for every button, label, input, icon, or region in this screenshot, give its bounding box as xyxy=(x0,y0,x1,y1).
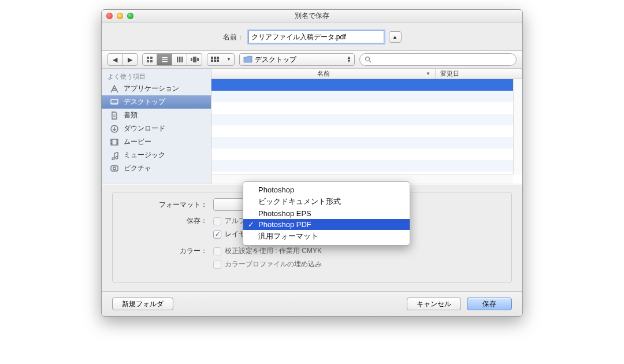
sidebar-item-documents[interactable]: 書類 xyxy=(102,109,211,122)
nav-back-forward: ◀ ▶ xyxy=(107,53,138,66)
file-list: 名前 ▼ 変更日 xyxy=(211,69,522,184)
view-list-button[interactable] xyxy=(157,53,172,66)
view-columns-button[interactable] xyxy=(172,53,187,66)
filename-input[interactable] xyxy=(248,31,384,43)
format-label: フォーマット： xyxy=(121,198,213,210)
chevron-down-icon: ▼ xyxy=(226,58,231,61)
svg-rect-35 xyxy=(111,166,118,171)
picture-icon xyxy=(110,164,119,173)
table-row[interactable] xyxy=(211,160,522,172)
svg-rect-7 xyxy=(177,57,179,62)
proof-checkbox xyxy=(213,247,221,255)
svg-rect-1 xyxy=(150,57,153,59)
svg-rect-2 xyxy=(147,60,149,62)
table-row[interactable] xyxy=(211,102,522,114)
svg-rect-4 xyxy=(162,57,168,58)
sidebar-item-label: アプリケーション xyxy=(124,84,179,94)
sidebar-item-label: 書類 xyxy=(124,110,138,120)
search-icon xyxy=(365,56,372,63)
desktop-icon xyxy=(110,98,119,107)
svg-rect-22 xyxy=(111,102,118,104)
column-name[interactable]: 名前 ▼ xyxy=(211,69,436,79)
alpha-checkbox xyxy=(213,217,221,225)
column-date[interactable]: 変更日 xyxy=(436,69,522,79)
movie-icon xyxy=(110,138,119,147)
svg-rect-0 xyxy=(147,57,149,59)
sidebar-item-label: ピクチャ xyxy=(124,164,151,173)
sidebar-item-pictures[interactable]: ピクチャ xyxy=(102,162,211,175)
svg-rect-3 xyxy=(150,60,153,62)
embed-profile-checkbox xyxy=(213,261,221,269)
table-row[interactable] xyxy=(211,137,522,148)
filename-label: 名前： xyxy=(223,32,244,42)
vertical-scrollbar[interactable] xyxy=(513,79,522,174)
search-field[interactable] xyxy=(359,53,517,66)
format-option-selected[interactable]: Photoshop PDF xyxy=(243,219,410,230)
layers-checkbox[interactable]: ✓ xyxy=(213,231,221,239)
svg-rect-11 xyxy=(193,57,196,62)
sidebar-header: よく使う項目 xyxy=(102,71,211,82)
svg-rect-17 xyxy=(214,60,216,62)
save-section-label: 保存： xyxy=(121,214,213,226)
save-button[interactable]: 保存 xyxy=(467,298,512,310)
column-name-label: 名前 xyxy=(317,69,330,78)
arrange-icon xyxy=(211,57,219,62)
column-headers: 名前 ▼ 変更日 xyxy=(211,69,522,79)
arrange-popup[interactable]: ▼ xyxy=(207,53,235,66)
file-rows[interactable] xyxy=(211,79,522,184)
svg-rect-5 xyxy=(162,60,168,61)
svg-rect-18 xyxy=(217,60,219,62)
file-browser: よく使う項目 アプリケーション デスクトップ 書類 ダウンロード ムービー xyxy=(102,69,522,184)
cancel-button[interactable]: キャンセル xyxy=(407,298,461,310)
sidebar-item-applications[interactable]: アプリケーション xyxy=(102,82,211,95)
forward-button[interactable]: ▶ xyxy=(122,53,138,66)
svg-rect-9 xyxy=(181,57,183,62)
back-button[interactable]: ◀ xyxy=(107,53,122,66)
proof-label: 校正設定を使用 : 作業用 CMYK xyxy=(225,246,322,256)
new-folder-button[interactable]: 新規フォルダ xyxy=(112,298,173,310)
music-icon xyxy=(110,151,119,160)
expand-toggle-button[interactable]: ▲ xyxy=(389,31,402,43)
sidebar-item-music[interactable]: ミュージック xyxy=(102,148,211,162)
svg-rect-12 xyxy=(197,58,199,61)
view-icons-button[interactable] xyxy=(142,53,157,66)
svg-rect-13 xyxy=(211,57,213,59)
table-row[interactable] xyxy=(211,148,522,160)
svg-rect-6 xyxy=(162,61,168,62)
svg-rect-8 xyxy=(179,57,181,62)
column-date-label: 変更日 xyxy=(440,69,459,78)
view-mode-segment xyxy=(142,53,202,66)
sidebar-item-movies[interactable]: ムービー xyxy=(102,135,211,148)
color-section-label: カラー： xyxy=(121,244,213,256)
save-as-dialog: 別名で保存 名前： ▲ ◀ ▶ ▼ xyxy=(101,9,523,317)
table-row[interactable] xyxy=(211,114,522,125)
location-popup[interactable]: デスクトップ ▲▼ xyxy=(239,53,355,66)
sidebar-item-label: ミュージック xyxy=(124,150,165,160)
sidebar: よく使う項目 アプリケーション デスクトップ 書類 ダウンロード ムービー xyxy=(102,69,211,184)
svg-rect-15 xyxy=(217,57,219,59)
sidebar-item-desktop[interactable]: デスクトップ xyxy=(102,95,211,109)
app-icon xyxy=(110,84,119,94)
sidebar-item-label: ムービー xyxy=(124,137,151,147)
format-option[interactable]: 汎用フォーマット xyxy=(243,230,410,243)
table-row[interactable] xyxy=(211,79,522,91)
format-option[interactable]: Photoshop xyxy=(243,184,410,195)
updown-icon: ▲▼ xyxy=(347,56,351,63)
format-dropdown-menu: Photoshop ビックドキュメント形式 Photoshop EPS Phot… xyxy=(243,181,410,246)
sidebar-item-downloads[interactable]: ダウンロード xyxy=(102,122,211,135)
view-coverflow-button[interactable] xyxy=(187,53,202,66)
svg-point-36 xyxy=(113,167,116,170)
svg-point-19 xyxy=(366,57,370,61)
download-icon xyxy=(110,124,119,133)
filename-row: 名前： ▲ xyxy=(102,23,522,50)
svg-rect-10 xyxy=(191,58,192,61)
format-option[interactable]: Photoshop EPS xyxy=(243,208,410,219)
table-row[interactable] xyxy=(211,125,522,137)
table-row[interactable] xyxy=(211,91,522,102)
sort-indicator-icon: ▼ xyxy=(426,71,430,76)
format-option[interactable]: ビックドキュメント形式 xyxy=(243,195,410,208)
titlebar: 別名で保存 xyxy=(102,10,522,23)
embed-label: カラープロファイルの埋め込み xyxy=(225,259,322,269)
sidebar-item-label: ダウンロード xyxy=(124,124,165,133)
svg-rect-16 xyxy=(211,60,213,62)
